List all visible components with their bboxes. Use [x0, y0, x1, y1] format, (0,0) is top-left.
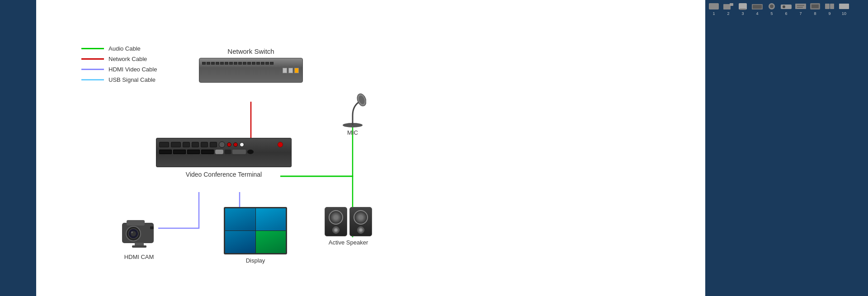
svg-rect-15	[723, 4, 731, 9]
switch-port	[247, 62, 251, 65]
svg-rect-11	[150, 226, 154, 229]
svg-point-22	[770, 5, 774, 8]
svg-rect-29	[811, 5, 819, 8]
svg-rect-17	[739, 3, 747, 9]
mic-device: MIC	[339, 93, 366, 136]
switch-port	[261, 62, 264, 65]
switch-port	[270, 62, 274, 65]
toolbar-icon-1	[708, 2, 720, 10]
speaker-cone	[354, 210, 368, 225]
toolbar-icon-5	[766, 2, 778, 10]
toolbar-num-5: 5	[770, 11, 773, 16]
toolbar-num-7: 7	[799, 11, 802, 16]
toolbar-item-8[interactable]: 8	[809, 2, 821, 16]
terminal-port	[159, 142, 169, 147]
toolbar-icon-3	[737, 2, 749, 10]
mic-svg	[339, 93, 366, 129]
speaker-cone	[329, 210, 343, 225]
terminal-port	[210, 142, 217, 147]
toolbar-item-5[interactable]: 5	[766, 2, 778, 16]
terminal-port	[233, 142, 238, 147]
speaker-label: Active Speaker	[325, 239, 372, 246]
toolbar-item-6[interactable]: 6	[780, 2, 792, 16]
network-switch-image	[199, 58, 303, 83]
toolbar-item-2[interactable]: 2	[722, 2, 734, 16]
svg-rect-23	[781, 5, 792, 9]
switch-port	[211, 62, 215, 65]
camera-image	[118, 210, 160, 251]
main-content: Audio Cable Network Cable HDMI Video Cab…	[36, 0, 705, 296]
display-panel-cell	[225, 208, 255, 230]
toolbar-icon-6	[780, 2, 792, 10]
toolbar-item-10[interactable]: 10	[838, 2, 850, 16]
display-image	[224, 207, 287, 254]
svg-rect-14	[709, 3, 719, 9]
terminal-port	[227, 142, 231, 147]
terminal-ports	[156, 138, 291, 150]
switch-side-port	[294, 68, 299, 73]
switch-port	[256, 62, 260, 65]
switch-port	[243, 62, 246, 65]
toolbar-icon-4	[751, 2, 763, 10]
switch-port	[207, 62, 210, 65]
toolbar-num-4: 4	[756, 11, 758, 16]
toolbar-num-2: 2	[727, 11, 729, 16]
display-device: Display	[224, 207, 287, 264]
speaker-image	[325, 207, 372, 236]
switch-ports	[199, 58, 302, 66]
top-toolbar: 1 2 3 4	[705, 0, 868, 18]
svg-rect-20	[753, 5, 762, 9]
mic-image	[339, 93, 366, 127]
speaker-device: Active Speaker	[325, 207, 372, 246]
switch-side-ports	[283, 68, 299, 73]
terminal-port	[240, 142, 244, 147]
toolbar-item-9[interactable]: 9	[824, 2, 835, 16]
terminal-port	[183, 142, 190, 147]
toolbar-icon-7	[795, 2, 807, 10]
svg-rect-30	[825, 4, 830, 9]
terminal-device: Video Conference Terminal	[156, 138, 292, 178]
svg-rect-6	[127, 220, 145, 226]
switch-port	[225, 62, 228, 65]
toolbar-num-6: 6	[785, 11, 787, 16]
terminal-hdmi-port	[187, 150, 200, 154]
terminal-lower-ports	[156, 150, 291, 156]
terminal-misc-port	[225, 150, 231, 154]
diagram: Network Switch	[72, 23, 570, 294]
toolbar-item-4[interactable]: 4	[751, 2, 763, 16]
display-panel-cell	[256, 208, 286, 230]
svg-point-24	[783, 5, 785, 8]
terminal-hdmi-port	[159, 150, 172, 154]
toolbar-item-7[interactable]: 7	[795, 2, 807, 16]
switch-port	[229, 62, 233, 65]
camera-device: HDMI CAM	[118, 210, 160, 260]
terminal-audio-jack	[247, 150, 254, 154]
terminal-indicator	[278, 142, 283, 147]
svg-rect-13	[132, 245, 146, 248]
toolbar-item-3[interactable]: 3	[737, 2, 749, 16]
display-label: Display	[224, 257, 287, 264]
speaker-tweeter	[332, 226, 340, 234]
toolbar-icon-9	[824, 2, 835, 10]
display-panel-cell	[256, 231, 286, 253]
speaker-tweeter	[357, 226, 364, 234]
terminal-hdmi-port	[201, 150, 214, 154]
switch-port	[202, 62, 206, 65]
switch-port	[220, 62, 224, 65]
left-sidebar	[0, 0, 36, 296]
toolbar-item-1[interactable]: 1	[708, 2, 720, 16]
switch-port	[265, 62, 269, 65]
switch-side-port	[283, 68, 287, 73]
network-switch-label: Network Switch	[199, 47, 303, 55]
terminal-vga-port	[232, 150, 246, 154]
terminal-port	[201, 142, 208, 147]
svg-point-10	[131, 231, 133, 233]
svg-rect-31	[830, 4, 834, 9]
terminal-port	[171, 142, 181, 147]
toolbar-num-1: 1	[712, 11, 715, 16]
camera-label: HDMI CAM	[118, 254, 160, 260]
toolbar-num-3: 3	[741, 11, 744, 16]
camera-svg	[118, 210, 160, 251]
right-sidebar: 1 2 3 4	[705, 0, 868, 296]
switch-port	[252, 62, 255, 65]
